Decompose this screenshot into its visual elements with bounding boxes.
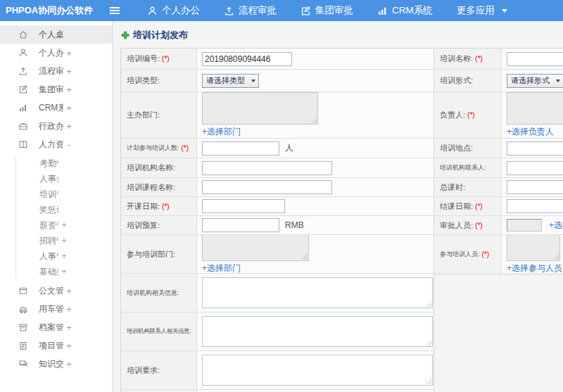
trainees-box[interactable]: [507, 235, 560, 261]
sidebar-subitem-salary-mgmt[interactable]: 薪资管理+: [16, 217, 112, 233]
collapse-minus[interactable]: -: [66, 139, 72, 150]
form-row: 培训机构相关信息:: [121, 274, 434, 312]
main-content: 培训计划发布 培训编号:(*) 培训类型: 请选择类型 主办部门:: [113, 21, 563, 392]
page-title-bar: 培训计划发布: [121, 29, 563, 42]
sidebar-item-admin-office[interactable]: 行政办公 +: [0, 117, 112, 135]
sidebar-item-human-resources[interactable]: 人力资源 -: [0, 135, 112, 153]
page-title: 培训计划发布: [133, 29, 188, 42]
training-location-input[interactable]: [507, 141, 563, 156]
form-row: 负责人:(*) +选择负责人: [434, 92, 563, 139]
training-org-contact-input[interactable]: [507, 161, 563, 175]
select-trainees-link[interactable]: +选择参与人员: [507, 263, 562, 274]
form-row: 培训预算: RMB: [121, 216, 434, 235]
form-row: 开课日期:(*): [121, 197, 434, 216]
expand-plus[interactable]: +: [66, 48, 72, 58]
unit-label: 人: [285, 142, 293, 154]
topnav-more-apps[interactable]: 更多应用: [445, 0, 519, 21]
sidebar-item-vehicle-mgmt[interactable]: 用车管理 +: [0, 300, 112, 318]
expand-plus[interactable]: +: [66, 121, 72, 132]
form-row: 培训名称:(*): [434, 49, 563, 70]
sidebar-item-group-approval[interactable]: 集团审批 +: [0, 80, 112, 99]
expand-plus[interactable]: +: [61, 251, 67, 261]
participating-departments-box[interactable]: [202, 235, 309, 261]
expand-plus[interactable]: +: [61, 267, 67, 277]
select-department-link[interactable]: +选择部门: [202, 263, 241, 274]
briefcase-icon: [18, 121, 28, 131]
select-approver-link[interactable]: +选择审批人员: [549, 220, 563, 232]
sidebar-hr-submenu: 考勤管理 人事合同 培训管理 奖惩记录 薪资管理+ 招聘管理+ 人事管理+ 基础…: [15, 156, 112, 279]
expand-plus[interactable]: +: [66, 286, 72, 296]
sidebar-item-workflow-approval[interactable]: 流程审批 +: [0, 62, 112, 80]
form-row: 培训类型: 请选择类型: [121, 70, 434, 92]
sidebar-subitem-hr-contract[interactable]: 人事合同: [16, 171, 112, 186]
topnav-label: 流程审批: [239, 4, 277, 17]
sidebar-item-crm-system[interactable]: CRM系统 +: [0, 99, 112, 117]
expand-plus[interactable]: +: [66, 66, 72, 77]
car-icon: [18, 304, 28, 314]
leader-box[interactable]: [507, 92, 563, 125]
edit-icon: [18, 84, 28, 94]
select-department-link[interactable]: +选择部门: [202, 126, 241, 138]
start-date-input[interactable]: [202, 199, 285, 213]
training-name-input[interactable]: [507, 52, 563, 66]
clipboard-icon: [18, 341, 28, 350]
form-row: 参与培训部门: +选择部门: [121, 235, 434, 274]
book-icon: [18, 139, 28, 149]
form-row: 审批人员:(*) +选择审批人员: [434, 216, 563, 235]
topnav-personal-office[interactable]: 个人办公: [135, 0, 212, 21]
host-department-box[interactable]: [202, 92, 318, 125]
sidebar-subitem-base-category-settings[interactable]: 基础类别设置+: [16, 264, 112, 279]
form-row: 培训课程名称:: [121, 178, 434, 197]
select-leader-link[interactable]: +选择负责人: [507, 126, 554, 138]
form-row: 培训机构名称:: [121, 158, 434, 178]
sidebar-item-project-mgmt[interactable]: 项目管理 +: [0, 336, 112, 355]
topnav-workflow-approval[interactable]: 流程审批: [212, 0, 289, 21]
expand-plus[interactable]: +: [61, 236, 67, 246]
form-row: 结课日期:(*): [434, 197, 563, 216]
user-icon: [147, 6, 158, 16]
total-hours-input[interactable]: [507, 180, 563, 194]
topbar: PHPOA协同办公软件 个人办公 流程审批 集团审批 CRM系统: [0, 0, 563, 21]
sidebar-subitem-reward-punishment[interactable]: 奖惩记录: [16, 202, 112, 217]
sidebar-subitem-recruitment-mgmt[interactable]: 招聘管理+: [16, 233, 112, 248]
expand-plus[interactable]: +: [66, 304, 72, 315]
training-number-input[interactable]: [202, 52, 292, 66]
sidebar-subitem-attendance-mgmt[interactable]: 考勤管理: [16, 156, 112, 171]
expand-plus[interactable]: +: [66, 341, 72, 351]
approver-input[interactable]: [507, 219, 542, 232]
sidebar-item-archive-mgmt[interactable]: 档案管理 +: [0, 318, 112, 336]
app-brand: PHPOA协同办公软件: [0, 4, 104, 17]
expand-plus[interactable]: +: [66, 103, 72, 113]
training-requirements-textarea[interactable]: [202, 355, 433, 386]
training-type-select[interactable]: 请选择类型: [202, 74, 259, 88]
training-course-name-input[interactable]: [202, 180, 332, 194]
training-form-select[interactable]: 请选择形式: [507, 74, 563, 88]
training-budget-input[interactable]: [202, 218, 279, 232]
sidebar-item-knowledge-exchange[interactable]: 知识交流 +: [0, 355, 112, 373]
expand-plus[interactable]: +: [66, 322, 72, 333]
document-icon: [18, 286, 28, 296]
planned-participants-input[interactable]: [202, 141, 279, 156]
chart-icon: [18, 103, 28, 113]
expand-plus[interactable]: +: [66, 359, 72, 369]
sidebar-subitem-personnel-mgmt[interactable]: 人事管理+: [16, 248, 112, 264]
add-icon: [121, 31, 129, 39]
training-org-info-textarea[interactable]: [202, 277, 433, 308]
menu-toggle-icon[interactable]: [110, 7, 121, 14]
expand-plus[interactable]: +: [61, 220, 67, 230]
end-date-input[interactable]: [507, 199, 563, 213]
sidebar-item-document-mgmt[interactable]: 公文管理 +: [0, 282, 112, 300]
topnav-group-approval[interactable]: 集团审批: [289, 0, 365, 21]
currency-label: RMB: [285, 220, 304, 230]
sidebar-item-personal-office[interactable]: 个人办公 +: [0, 44, 112, 62]
training-org-contact-info-textarea[interactable]: [202, 316, 433, 347]
topnav-crm-system[interactable]: CRM系统: [365, 0, 445, 21]
expand-plus[interactable]: +: [66, 84, 72, 95]
form-row: 主办部门: +选择部门: [121, 92, 434, 139]
sidebar-item-personal-desktop[interactable]: 个人桌面: [0, 25, 112, 44]
form-row: 培训编号:(*): [121, 49, 434, 70]
training-org-name-input[interactable]: [202, 161, 332, 175]
form-right-column: 培训名称:(*) 培训形式: 请选择形式 负责人:(*) +选择负责人: [434, 48, 563, 274]
sidebar-subitem-training-mgmt[interactable]: 培训管理: [16, 186, 112, 202]
user-icon: [18, 48, 28, 58]
